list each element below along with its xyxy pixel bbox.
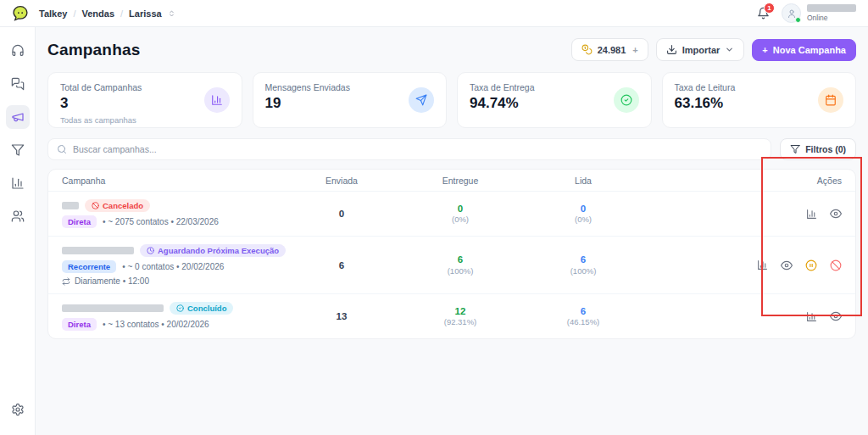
campaign-type-pill: Direta — [62, 318, 97, 331]
sent-value: 6 — [291, 260, 392, 270]
sidebar-item-funnel[interactable] — [6, 138, 30, 162]
add-credits-plus[interactable]: + — [632, 45, 637, 55]
campaign-type-pill: Direta — [62, 215, 97, 228]
bar-chart-icon — [204, 87, 230, 113]
campaign-schedule: Diariamente • 12:00 — [75, 276, 149, 286]
user-menu[interactable]: Online — [782, 3, 856, 23]
read-value: 6 — [528, 305, 638, 317]
breadcrumb-separator: / — [120, 8, 123, 19]
repeat-icon — [62, 277, 70, 286]
credits-button[interactable]: 24.981 + — [571, 38, 648, 61]
col-delivered: Entregue — [392, 176, 528, 186]
campaign-name-redacted — [62, 304, 164, 312]
notifications-button[interactable]: 1 — [757, 7, 770, 20]
breadcrumb-workspace[interactable]: Larissa — [129, 8, 162, 19]
chat-bubbles-icon — [11, 77, 25, 91]
eye-icon[interactable] — [830, 208, 842, 220]
table-header: Campanha Enviada Entregue Lida Ações — [48, 170, 855, 191]
campaign-type-pill: Recorrente — [62, 260, 116, 273]
eye-icon[interactable] — [781, 259, 793, 271]
sidebar-item-conversations[interactable] — [6, 72, 30, 96]
stat-sub: Todas as campanhas — [60, 115, 142, 125]
campaign-name-redacted — [62, 202, 79, 209]
read-value: 0 — [528, 203, 638, 215]
delivered-value: 12 — [392, 305, 528, 317]
sidebar-item-contacts[interactable] — [6, 204, 30, 228]
filter-icon — [790, 144, 800, 154]
sent-value: 0 — [291, 209, 392, 219]
campaign-meta: • ~ 2075 contatos • 22/03/2026 — [103, 217, 219, 226]
import-label: Importar — [682, 45, 721, 55]
breadcrumb-brand[interactable]: Talkey — [39, 8, 67, 19]
sent-value: 13 — [291, 311, 392, 321]
search-input[interactable] — [73, 144, 762, 154]
gear-icon — [11, 403, 25, 416]
users-icon — [11, 209, 25, 223]
pause-icon[interactable] — [805, 259, 817, 271]
user-name-redacted — [807, 4, 856, 12]
calendar-icon — [818, 87, 843, 113]
stat-card-read-rate: Taxa de Leitura 63.16% — [662, 72, 857, 128]
sidebar-item-settings[interactable] — [6, 398, 30, 421]
sidebar-item-support[interactable] — [6, 39, 30, 63]
stat-value: 63.16% — [675, 95, 736, 112]
stats-icon[interactable] — [806, 311, 817, 322]
cancel-circle-icon — [92, 202, 99, 209]
filters-button[interactable]: Filtros (0) — [780, 138, 856, 160]
sidebar-item-campaigns[interactable] — [6, 105, 30, 129]
stat-value: 19 — [265, 95, 350, 112]
new-campaign-button[interactable]: + Nova Campanha — [752, 39, 856, 61]
stat-label: Taxa de Entrega — [470, 82, 534, 92]
breadcrumb-section[interactable]: Vendas — [82, 8, 115, 19]
breadcrumb-separator: / — [73, 8, 75, 19]
workspace-switcher-icon[interactable] — [168, 8, 175, 19]
cancel-icon[interactable] — [830, 259, 842, 271]
new-campaign-label: Nova Campanha — [773, 45, 846, 55]
filters-label: Filtros (0) — [805, 144, 846, 154]
campaign-name-redacted — [62, 247, 134, 254]
bar-chart-icon — [11, 176, 25, 190]
breadcrumb: Talkey / Vendas / Larissa — [39, 8, 175, 19]
search-icon — [57, 144, 67, 154]
stat-card-delivery-rate: Taxa de Entrega 94.74% — [457, 72, 652, 128]
status-badge: Concluído — [170, 302, 233, 315]
check-circle-icon — [614, 87, 639, 113]
stat-value: 3 — [60, 95, 142, 112]
import-button[interactable]: Importar — [656, 38, 745, 61]
table-row: Cancelado Direta • ~ 2075 contatos • 22/… — [48, 191, 855, 236]
status-badge: Cancelado — [85, 199, 150, 212]
megaphone-icon — [11, 110, 25, 124]
sidebar — [0, 27, 36, 435]
stat-label: Mensagens Enviadas — [265, 82, 350, 92]
check-circle-icon — [176, 304, 184, 312]
topbar: Talkey / Vendas / Larissa 1 Online — [0, 0, 868, 27]
page-title: Campanhas — [47, 41, 141, 59]
avatar — [782, 3, 801, 23]
main-content: Campanhas 24.981 + Importar + Nova Campa… — [36, 27, 868, 435]
coins-icon — [581, 44, 593, 55]
search-box[interactable] — [47, 138, 771, 160]
plus-icon: + — [762, 45, 767, 55]
eye-icon[interactable] — [830, 310, 842, 322]
chevron-down-icon — [725, 45, 734, 54]
delivered-value: 6 — [392, 254, 528, 265]
stat-card-messages-sent: Mensagens Enviadas 19 — [253, 72, 448, 128]
table-row: Concluído Direta • ~ 13 contatos • 20/02… — [48, 293, 855, 338]
online-status-label: Online — [807, 14, 856, 22]
sidebar-item-reports[interactable] — [6, 171, 30, 195]
user-icon — [787, 8, 797, 19]
credits-value: 24.981 — [598, 45, 626, 55]
delivered-pct: (0%) — [392, 215, 528, 225]
status-badge: Aguardando Próxima Execução — [140, 244, 286, 257]
send-icon — [409, 87, 434, 113]
stat-label: Taxa de Leitura — [675, 82, 736, 92]
read-pct: (46.15%) — [528, 317, 638, 327]
online-status-dot — [795, 17, 801, 23]
stat-card-total-campaigns: Total de Campanhas 3 Todas as campanhas — [47, 72, 242, 128]
delivered-pct: (92.31%) — [392, 317, 528, 327]
campaigns-table: Campanha Enviada Entregue Lida Ações Can… — [47, 169, 856, 339]
clock-icon — [147, 247, 154, 254]
stats-icon[interactable] — [806, 209, 817, 220]
stat-label: Total de Campanhas — [60, 82, 142, 92]
stats-icon[interactable] — [757, 259, 768, 270]
